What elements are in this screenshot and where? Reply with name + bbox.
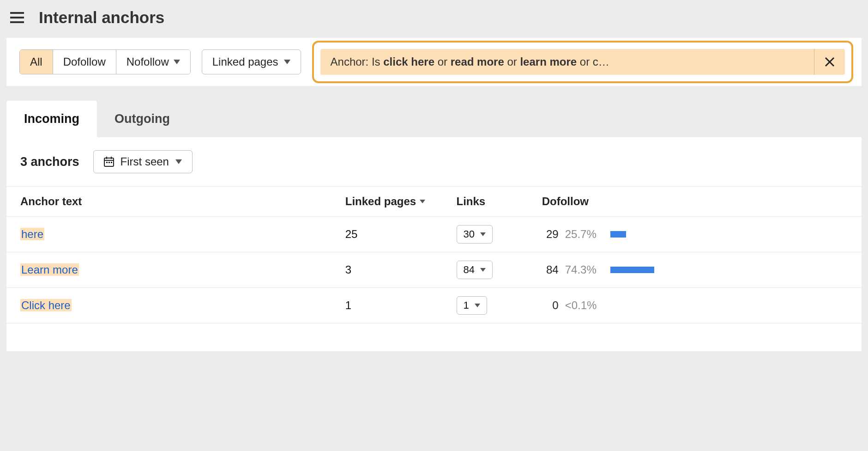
svg-rect-9 [106, 162, 108, 163]
dofollow-count: 0 [542, 299, 559, 312]
direction-tabs: Incoming Outgoing [6, 101, 862, 137]
anchor-filter-chip[interactable]: Anchor: Is click here or read more or le… [320, 49, 845, 75]
links-dropdown[interactable]: 84 [457, 261, 493, 279]
results-panel: 3 anchors First seen Anchor text Linked … [6, 137, 862, 351]
table-row: Learn more3848474.3% [6, 252, 862, 288]
tab-incoming-label: Incoming [24, 112, 79, 126]
follow-filter-group: All Dofollow Nofollow [19, 49, 191, 74]
anchors-table: Anchor text Linked pages Links Dofollow … [6, 186, 862, 323]
dofollow-percent: 74.3% [565, 263, 604, 276]
results-count: 3 anchors [20, 155, 79, 169]
filter-nofollow-button[interactable]: Nofollow [116, 50, 190, 74]
svg-rect-1 [10, 17, 24, 18]
chevron-down-icon [480, 232, 486, 236]
col-header-anchor-text[interactable]: Anchor text [6, 187, 332, 217]
filter-all-button[interactable]: All [20, 50, 53, 74]
dofollow-cell: 2925.7% [542, 228, 689, 241]
chevron-down-icon [475, 304, 480, 307]
chevron-down-icon [480, 268, 486, 272]
anchor-text-link[interactable]: Click here [20, 299, 72, 311]
tab-outgoing[interactable]: Outgoing [97, 101, 187, 137]
table-row: Click here110<0.1% [6, 288, 862, 323]
clear-filter-button[interactable] [814, 49, 845, 75]
table-row: here25302925.7% [6, 217, 862, 252]
links-value: 1 [464, 299, 469, 311]
filter-nofollow-label: Nofollow [127, 55, 169, 68]
calendar-icon [104, 157, 114, 167]
links-value: 30 [464, 228, 475, 240]
svg-rect-11 [111, 162, 112, 163]
menu-icon[interactable] [8, 9, 26, 26]
linked-pages-value: 1 [332, 288, 443, 323]
dofollow-bar [610, 231, 689, 238]
links-dropdown[interactable]: 1 [457, 296, 487, 315]
linked-pages-value: 3 [332, 252, 443, 288]
col-header-dofollow[interactable]: Dofollow [528, 187, 862, 217]
dofollow-percent: <0.1% [565, 299, 604, 312]
svg-rect-8 [111, 157, 112, 159]
filter-dofollow-button[interactable]: Dofollow [53, 50, 116, 74]
anchor-text-link[interactable]: here [20, 228, 44, 240]
svg-rect-2 [10, 21, 24, 23]
linked-pages-dropdown[interactable]: Linked pages [202, 49, 301, 74]
dofollow-bar [610, 302, 689, 309]
tab-incoming[interactable]: Incoming [6, 101, 97, 137]
svg-rect-0 [10, 12, 24, 14]
svg-rect-7 [106, 157, 107, 159]
links-value: 84 [464, 264, 475, 276]
chevron-down-icon [284, 60, 290, 64]
links-dropdown[interactable]: 30 [457, 225, 493, 244]
chevron-down-icon [175, 159, 182, 164]
tab-outgoing-label: Outgoing [115, 112, 170, 126]
sort-dropdown[interactable]: First seen [93, 150, 193, 173]
linked-pages-value: 25 [332, 217, 443, 252]
anchor-filter-text: Anchor: Is click here or read more or le… [320, 49, 814, 75]
dofollow-bar [610, 267, 689, 273]
svg-rect-10 [108, 162, 110, 163]
anchor-text-link[interactable]: Learn more [20, 263, 79, 276]
dofollow-count: 84 [542, 263, 559, 276]
col-header-links[interactable]: Links [443, 187, 528, 217]
page-title: Internal anchors [39, 8, 164, 27]
col-header-linked-pages[interactable]: Linked pages [332, 187, 443, 217]
linked-pages-label: Linked pages [212, 55, 278, 68]
filter-all-label: All [30, 55, 42, 68]
dofollow-percent: 25.7% [565, 228, 604, 241]
dofollow-cell: 0<0.1% [542, 299, 689, 312]
close-icon [825, 57, 835, 67]
dofollow-count: 29 [542, 228, 559, 241]
sort-label: First seen [121, 155, 169, 168]
filter-dofollow-label: Dofollow [63, 55, 106, 68]
chevron-down-icon [174, 60, 180, 64]
active-filter-highlight: Anchor: Is click here or read more or le… [312, 41, 853, 83]
sort-desc-icon [420, 200, 425, 203]
filter-toolbar: All Dofollow Nofollow Linked pages Ancho… [6, 38, 862, 86]
dofollow-cell: 8474.3% [542, 263, 689, 276]
